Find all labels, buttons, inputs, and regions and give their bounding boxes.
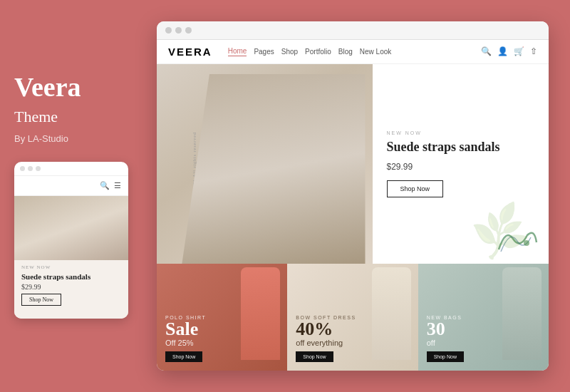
mobile-mockup: VEERA 🔍 ☰ NEW NOW Suede straps sandals $… xyxy=(14,162,128,319)
promo-big-3: 30 xyxy=(427,320,464,339)
promo-shop-btn-3[interactable]: Shop Now xyxy=(427,351,464,362)
theme-label: Theme xyxy=(14,108,142,126)
mobile-nav-icons: 🔍 ☰ xyxy=(100,181,121,190)
promo-big-2: 40% xyxy=(296,320,356,339)
desktop-share-icon[interactable]: ⇧ xyxy=(530,46,537,57)
nav-link-pages[interactable]: Pages xyxy=(254,48,274,56)
nav-link-shop[interactable]: Shop xyxy=(281,48,298,56)
hero-text-area: NEW NOW Suede straps sandals $29.99 Shop… xyxy=(373,64,549,264)
mobile-hero-image xyxy=(14,196,128,260)
desktop-hero: © 2021 All rights reserved NEW NOW Suede… xyxy=(157,64,549,264)
hero-price: $29.99 xyxy=(387,162,535,172)
desktop-mockup: VEERA Home Pages Shop Portfolio Blog New… xyxy=(157,21,549,371)
nav-link-portfolio[interactable]: Portfolio xyxy=(305,48,331,56)
desktop-cart-icon[interactable]: 🛒 xyxy=(514,46,524,57)
desktop-dots-bar xyxy=(157,21,549,40)
promo-sub-1: Off 25% xyxy=(165,339,206,347)
nav-link-newlook[interactable]: New Look xyxy=(360,48,391,56)
promo-card-2: BOW SOFT DRESS 40% off everything Shop N… xyxy=(287,264,418,371)
mobile-new-now-label: NEW NOW xyxy=(21,264,121,270)
hero-product-title: Suede straps sandals xyxy=(387,139,535,155)
brand-title: Veera xyxy=(14,73,142,100)
hero-shoe-image xyxy=(182,74,365,264)
mobile-dots-bar xyxy=(14,162,128,176)
mobile-shop-button[interactable]: Shop Now xyxy=(21,294,61,306)
promo-person-2 xyxy=(372,267,411,360)
promo-card-1: POLO SHIRT Sale Off 25% Shop Now xyxy=(157,264,287,371)
mobile-shoe-image xyxy=(14,196,128,260)
desktop-navbar: VEERA Home Pages Shop Portfolio Blog New… xyxy=(157,40,549,64)
mobile-dot-1 xyxy=(20,166,25,171)
mobile-search-icon[interactable]: 🔍 xyxy=(100,181,110,190)
mobile-dot-2 xyxy=(28,166,33,171)
leaf-decoration: 🌿 xyxy=(467,198,534,264)
promo-card-3: NEW BAGS 30 off Shop Now xyxy=(418,264,549,371)
promo-text-3: NEW BAGS 30 off Shop Now xyxy=(427,315,464,362)
promo-shop-btn-1[interactable]: Shop Now xyxy=(165,351,202,362)
promo-text-1: POLO SHIRT Sale Off 25% Shop Now xyxy=(165,315,206,362)
promo-sub-2: off everything xyxy=(296,339,356,347)
left-panel: Veera Theme By LA-Studio VEERA 🔍 ☰ NEW N… xyxy=(14,73,142,319)
promo-shop-btn-2[interactable]: Shop Now xyxy=(296,351,333,362)
nav-link-blog[interactable]: Blog xyxy=(338,48,353,56)
mobile-menu-icon[interactable]: ☰ xyxy=(114,181,121,190)
promo-person-3 xyxy=(502,267,542,360)
mobile-product-title: Suede straps sandals xyxy=(21,272,121,282)
mobile-price: $29.99 xyxy=(21,283,121,291)
promo-sub-3: off xyxy=(427,339,464,347)
mobile-header: VEERA 🔍 ☰ xyxy=(14,176,128,196)
desktop-search-icon[interactable]: 🔍 xyxy=(481,46,492,57)
desktop-dot-3 xyxy=(185,27,192,33)
desktop-logo: VEERA xyxy=(168,46,212,58)
promo-big-1: Sale xyxy=(165,320,206,339)
promo-cards: POLO SHIRT Sale Off 25% Shop Now BOW SOF… xyxy=(157,264,549,371)
promo-person-1 xyxy=(241,267,280,360)
desktop-dot-2 xyxy=(175,27,182,33)
hero-new-now-label: NEW NOW xyxy=(387,130,535,135)
desktop-user-icon[interactable]: 👤 xyxy=(497,46,508,57)
mobile-logo: VEERA xyxy=(21,180,57,191)
mobile-content: NEW NOW Suede straps sandals $29.99 Shop… xyxy=(14,196,128,319)
hero-image-area: © 2021 All rights reserved xyxy=(157,64,373,264)
nav-links: Home Pages Shop Portfolio Blog New Look xyxy=(228,47,472,56)
promo-text-2: BOW SOFT DRESS 40% off everything Shop N… xyxy=(296,315,356,362)
nav-link-home[interactable]: Home xyxy=(228,47,247,56)
mobile-dot-3 xyxy=(36,166,41,171)
desktop-dot-1 xyxy=(165,27,172,33)
desktop-nav-icons: 🔍 👤 🛒 ⇧ xyxy=(481,46,537,57)
mobile-text-area: NEW NOW Suede straps sandals $29.99 Shop… xyxy=(14,260,128,310)
hero-shop-button[interactable]: Shop Now xyxy=(387,180,444,197)
by-label: By LA-Studio xyxy=(14,133,142,144)
